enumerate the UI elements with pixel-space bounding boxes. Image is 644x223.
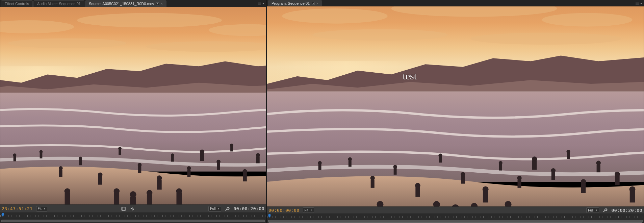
film-strip-icon[interactable] xyxy=(121,206,126,212)
zoom-value: Fit xyxy=(305,208,308,212)
insert-overwrite-icon[interactable] xyxy=(130,206,135,212)
resolution-dropdown[interactable]: Full ▼ xyxy=(586,207,599,213)
tab-label: Source: A005C021_150831_R0D0.mov xyxy=(89,2,154,6)
scrollbar-thumb[interactable] xyxy=(1,220,265,222)
playhead-timecode[interactable]: 23:47:51:21 xyxy=(2,206,33,211)
source-controls: 23:47:51:21 Fit ▼ Full ▼ 00:00:20:00 xyxy=(0,204,266,213)
duration-timecode: 00:00:20:00 xyxy=(233,206,264,211)
tab-program-sequence[interactable]: Program: Sequence 01 ▼ × xyxy=(268,0,322,6)
chevron-down-icon: ▼ xyxy=(640,2,642,5)
resolution-value: Full xyxy=(210,207,215,210)
tab-label: Program: Sequence 01 xyxy=(272,1,310,5)
chevron-down-icon[interactable]: ▼ xyxy=(156,2,159,5)
program-time-ruler[interactable] xyxy=(267,214,644,219)
playhead-timecode[interactable]: 00:00:00:00 xyxy=(268,208,300,213)
program-controls: 00:00:00:00 Fit ▼ Full ▼ 00:00:20:00 xyxy=(267,206,644,214)
scrollbar-thumb[interactable] xyxy=(268,220,643,223)
resolution-value: Full xyxy=(588,208,593,212)
tab-label: Audio Mixer: Sequence 01 xyxy=(37,2,81,6)
zoom-dropdown[interactable]: Fit ▼ xyxy=(303,207,314,213)
ruler-ticks xyxy=(0,215,266,217)
tab-source-clip[interactable]: Source: A005C021_150831_R0D0.mov ▼ × xyxy=(85,0,166,7)
program-monitor-panel: Program: Sequence 01 ▼ × ▼ test 00:00:00… xyxy=(267,0,644,223)
program-viewer[interactable]: test xyxy=(267,6,644,206)
close-icon[interactable]: × xyxy=(316,1,318,5)
chevron-down-icon: ▼ xyxy=(44,208,46,210)
source-monitor-panel: Effect Controls Audio Mixer: Sequence 01… xyxy=(0,0,266,223)
source-tab-bar: Effect Controls Audio Mixer: Sequence 01… xyxy=(0,0,266,7)
chevron-down-icon: ▼ xyxy=(217,208,220,210)
chevron-down-icon: ▼ xyxy=(310,209,312,211)
close-icon[interactable]: × xyxy=(160,2,162,6)
program-tab-bar: Program: Sequence 01 ▼ × ▼ xyxy=(267,0,644,6)
zoom-value: Fit xyxy=(38,207,42,210)
panel-menu-button[interactable]: ▼ xyxy=(636,1,642,6)
playhead-marker[interactable] xyxy=(268,214,271,218)
ruler-ticks xyxy=(267,216,644,218)
hamburger-icon xyxy=(636,2,639,5)
panel-menu-button[interactable]: ▼ xyxy=(258,1,264,6)
chevron-down-icon: ▼ xyxy=(595,209,597,211)
chevron-down-icon[interactable]: ▼ xyxy=(312,2,315,5)
tab-label: Effect Controls xyxy=(5,2,29,6)
tab-effect-controls[interactable]: Effect Controls xyxy=(1,0,33,7)
chevron-down-icon: ▼ xyxy=(262,2,264,5)
settings-wrench-icon[interactable] xyxy=(225,206,230,212)
source-viewer[interactable] xyxy=(0,7,266,204)
program-zoom-scrollbar[interactable] xyxy=(267,219,644,223)
zoom-dropdown[interactable]: Fit ▼ xyxy=(36,206,47,212)
source-time-ruler[interactable] xyxy=(0,213,266,219)
source-zoom-scrollbar[interactable] xyxy=(0,219,266,223)
duration-timecode: 00:00:20:00 xyxy=(611,208,642,213)
playhead-marker[interactable] xyxy=(1,213,4,217)
resolution-dropdown[interactable]: Full ▼ xyxy=(208,206,221,212)
settings-wrench-icon[interactable] xyxy=(602,207,608,213)
hamburger-icon xyxy=(258,2,261,5)
tab-audio-mixer[interactable]: Audio Mixer: Sequence 01 xyxy=(33,0,84,7)
